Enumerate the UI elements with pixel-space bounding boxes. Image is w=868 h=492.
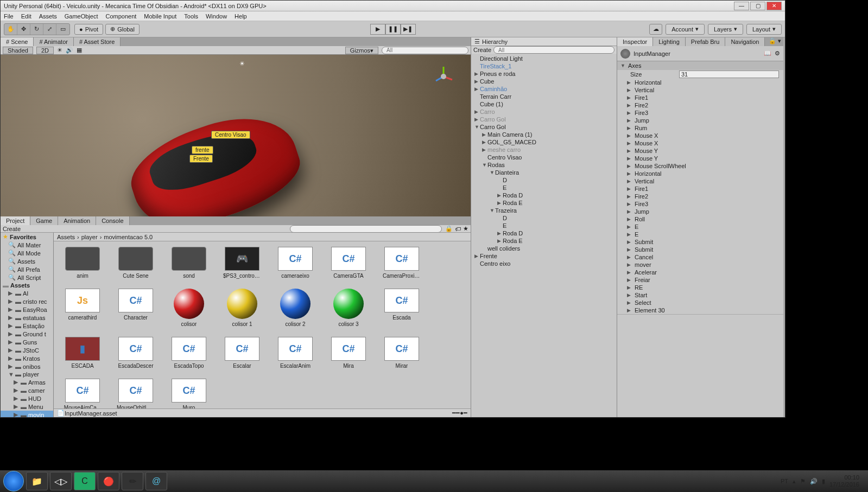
- tab-scene[interactable]: # Scene: [1, 37, 34, 46]
- project-create-dropdown[interactable]: Create: [3, 226, 21, 232]
- asset-sond[interactable]: sond: [170, 247, 208, 279]
- light-icon[interactable]: ☀: [57, 47, 62, 54]
- car-model[interactable]: [121, 101, 309, 216]
- hierarchy-tirestack-1[interactable]: TireStack_1: [471, 62, 617, 70]
- flag-icon[interactable]: ⚑: [800, 478, 806, 485]
- menu-tools[interactable]: Tools: [184, 13, 198, 20]
- asset-escalaranim[interactable]: C#EscalarAnim: [276, 337, 314, 369]
- hierarchy-caminh-o[interactable]: ▶Caminhão: [471, 85, 617, 93]
- axis-start[interactable]: ▶Start: [617, 291, 783, 299]
- axis-mouse-y[interactable]: ▶Mouse Y: [617, 155, 783, 162]
- asset-colisor-3[interactable]: colisor 3: [330, 289, 368, 327]
- asset-escada[interactable]: ▮ESCADA: [64, 337, 102, 369]
- notepad-taskbar-icon[interactable]: ✏: [122, 472, 143, 490]
- hierarchy-roda-d[interactable]: ▶Roda D: [471, 191, 617, 199]
- favorite-all-mode[interactable]: 🔍All Mode: [1, 249, 53, 257]
- tab-prefab-bru[interactable]: Prefab Bru: [686, 37, 726, 46]
- close-button[interactable]: ✕: [766, 2, 782, 10]
- camtasia-taskbar-icon[interactable]: C: [74, 472, 96, 490]
- asset-muro[interactable]: C#Muro: [170, 379, 208, 408]
- breadcrumb-0[interactable]: Assets: [57, 234, 75, 240]
- menu-edit[interactable]: Edit: [21, 13, 31, 20]
- language-indicator[interactable]: PT: [781, 478, 788, 484]
- hierarchy-cube--1-[interactable]: Cube (1): [471, 100, 617, 108]
- maximize-button[interactable]: ▢: [750, 2, 765, 10]
- chrome-taskbar-icon[interactable]: 🔴: [98, 472, 119, 490]
- rotate-tool-button[interactable]: ↻: [30, 24, 43, 35]
- asset--ps3-controll---[interactable]: 🎮$PS3_controll...: [223, 247, 261, 279]
- menu-file[interactable]: File: [4, 13, 14, 20]
- axis-fire1[interactable]: ▶Fire1: [617, 94, 783, 101]
- tab-asset-store[interactable]: # Asset Store: [74, 37, 121, 46]
- axis-e[interactable]: ▶E: [617, 231, 783, 238]
- hierarchy-main-camera--1-[interactable]: ▶Main Camera (1): [471, 131, 617, 138]
- folder-camer[interactable]: ▶▬camer: [1, 386, 53, 394]
- audio-icon[interactable]: 🔊: [66, 47, 73, 54]
- axis-jump[interactable]: ▶Jump: [617, 208, 783, 215]
- hierarchy-roda-d[interactable]: ▶Roda D: [471, 229, 617, 237]
- menu-mobile-input[interactable]: Mobile Input: [144, 13, 176, 20]
- gizmos-dropdown[interactable]: Gizmos▾: [345, 47, 378, 54]
- scale-tool-button[interactable]: ⤢: [43, 24, 56, 35]
- asset-escalar[interactable]: C#Escalar: [223, 337, 261, 369]
- account-dropdown[interactable]: Account▾: [666, 24, 705, 35]
- folder-easyroa[interactable]: ▶▬EasyRoa: [1, 305, 53, 314]
- asset-escadatopo[interactable]: C#EscadaTopo: [170, 337, 208, 369]
- shading-dropdown[interactable]: Shaded: [3, 47, 33, 54]
- axis-horizontal[interactable]: ▶Horizontal: [617, 79, 783, 86]
- hierarchy-d[interactable]: D: [471, 214, 617, 222]
- favorites-header[interactable]: ★Favorites: [1, 233, 53, 241]
- favorite-assets[interactable]: 🔍Assets: [1, 257, 53, 265]
- folder-armas[interactable]: ▶▬Armas: [1, 378, 53, 386]
- hierarchy-meshe-carro[interactable]: ▶meshe carro: [471, 146, 617, 154]
- axis-acelerar[interactable]: ▶Acelerar: [617, 269, 783, 276]
- hierarchy-tree[interactable]: Directional LightTireStack_1▶Pneus e rod…: [471, 54, 617, 417]
- hierarchy-gol-g5-maced[interactable]: ▶GOL_G5_MACED: [471, 138, 617, 146]
- asset-escada[interactable]: C#Escada: [383, 289, 421, 327]
- tab-lighting[interactable]: Lighting: [653, 37, 686, 46]
- folder-menu[interactable]: ▶▬Menu: [1, 402, 53, 411]
- global-toggle[interactable]: ⊕Global: [105, 24, 140, 35]
- breadcrumb-1[interactable]: player: [81, 234, 98, 240]
- axis-horizontal[interactable]: ▶Horizontal: [617, 170, 783, 177]
- windows-taskbar[interactable]: 📁 ◁▷ C 🔴 ✏ @ PT ▴ ⚑ 🔊 ▮ 00:1017/12/2016: [0, 470, 868, 492]
- asset-colisor-1[interactable]: colisor 1: [223, 289, 261, 327]
- axis-fire2[interactable]: ▶Fire2: [617, 101, 783, 109]
- asset-mirar[interactable]: C#Mirar: [383, 337, 421, 369]
- cloud-button[interactable]: ☁: [649, 24, 662, 35]
- asset-mira[interactable]: C#Mira: [330, 337, 368, 369]
- tab-navigation[interactable]: Navigation: [725, 37, 765, 46]
- size-input[interactable]: [679, 71, 779, 78]
- hierarchy-centro-eixo[interactable]: Centro eixo: [471, 260, 617, 267]
- unity-taskbar-icon[interactable]: ◁▷: [50, 472, 72, 490]
- tab-project[interactable]: Project: [1, 216, 30, 225]
- folder-player[interactable]: ▼▬player: [1, 370, 53, 378]
- asset-colisor-2[interactable]: colisor 2: [276, 289, 314, 327]
- menu-help[interactable]: Help: [235, 13, 247, 20]
- folder-movin[interactable]: ▶▬movin: [1, 411, 53, 417]
- favorite-all-script[interactable]: 🔍All Script: [1, 273, 53, 282]
- hierarchy-directional-light[interactable]: Directional Light: [471, 55, 617, 62]
- asset-cameraeixo[interactable]: C#cameraeixo: [276, 247, 314, 279]
- axis-fire3[interactable]: ▶Fire3: [617, 109, 783, 117]
- asset-mouseorbitim---[interactable]: C#MouseOrbitIm...: [117, 379, 155, 408]
- axis-select[interactable]: ▶Select: [617, 299, 783, 306]
- project-search-input[interactable]: [290, 225, 442, 233]
- project-sidebar[interactable]: ★Favorites🔍All Mater🔍All Mode🔍Assets🔍All…: [1, 233, 54, 417]
- axis-roll[interactable]: ▶Roll: [617, 215, 783, 223]
- hierarchy-rodas[interactable]: ▼Rodas: [471, 161, 617, 169]
- axis-mouse-x[interactable]: ▶Mouse X: [617, 139, 783, 147]
- pivot-toggle[interactable]: ●Pivot: [74, 24, 103, 35]
- folder-estatuas[interactable]: ▶▬estatuas: [1, 314, 53, 322]
- folder-ai[interactable]: ▶▬AI: [1, 289, 53, 297]
- 2d-toggle[interactable]: 2D: [36, 47, 54, 54]
- hand-tool-button[interactable]: ✋: [4, 24, 17, 35]
- move-tool-button[interactable]: ✥: [17, 24, 30, 35]
- folder-ground-t[interactable]: ▶▬Ground t: [1, 330, 53, 338]
- menu-gameobject[interactable]: GameObject: [65, 13, 98, 20]
- axis-mouse-x[interactable]: ▶Mouse X: [617, 132, 783, 139]
- folder-kratos[interactable]: ▶▬Kratos: [1, 354, 53, 362]
- tab-console[interactable]: Console: [96, 216, 129, 225]
- hierarchy-create-dropdown[interactable]: Create: [473, 47, 491, 53]
- menu-assets[interactable]: Assets: [39, 13, 57, 20]
